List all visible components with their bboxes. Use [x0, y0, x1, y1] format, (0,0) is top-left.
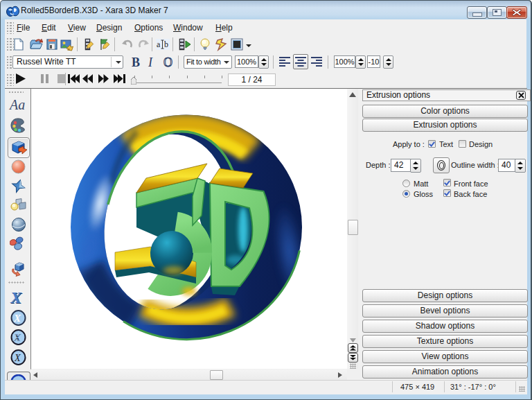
svg-text:a: a — [157, 40, 161, 49]
svg-text:X: X — [14, 353, 21, 363]
svg-text:X: X — [13, 313, 21, 324]
svg-text:b: b — [164, 40, 168, 49]
